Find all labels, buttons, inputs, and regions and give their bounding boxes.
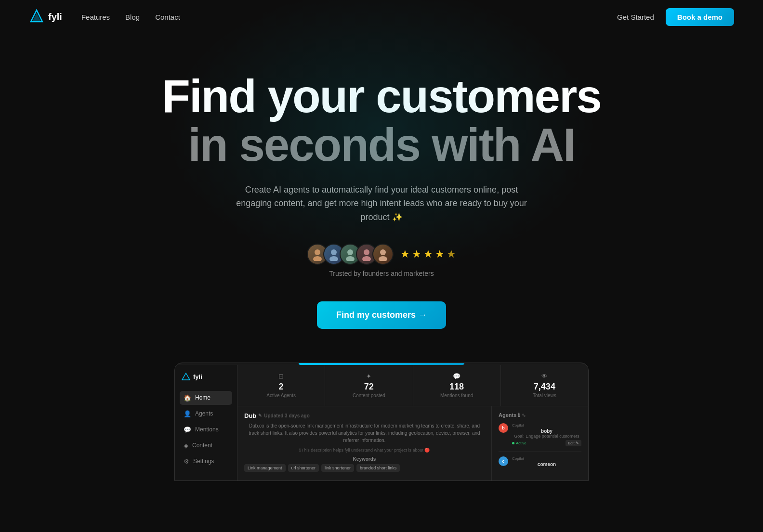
stats-row: ⊡ 2 Active Agents ✦ 72 Content posted 💬 …	[237, 365, 588, 406]
stat-content-posted: ✦ 72 Content posted	[325, 365, 413, 406]
nav-links: Features Blog Contact	[81, 13, 180, 21]
agents-title: Agents ℹ ⤡	[499, 412, 581, 418]
dash-logo-icon	[182, 373, 190, 381]
hero-section: Find your customers in seconds with AI C…	[0, 34, 763, 500]
svg-point-3	[313, 256, 322, 261]
agent-avatar-0: b	[499, 423, 508, 433]
svg-point-11	[379, 256, 387, 261]
content-posted-icon: ✦	[332, 373, 406, 380]
stat-active-agents: ⊡ 2 Active Agents	[237, 365, 325, 406]
nav-features[interactable]: Features	[81, 13, 110, 21]
dashboard-sidebar: fyli 🏠 Home 👤 Agents 💬 Mentions ◈ Conten…	[175, 365, 237, 480]
agent-info-0: Copilot boby Goal: Engage potential cust…	[512, 423, 581, 446]
agent-edit-button-0[interactable]: Edit ✎	[566, 440, 581, 446]
agents-icon: 👤	[184, 410, 191, 417]
status-dot-0	[512, 442, 514, 444]
agent-name-1: comeon	[512, 462, 581, 467]
svg-point-7	[346, 256, 355, 261]
star-rating: ★ ★ ★ ★ ★	[400, 248, 456, 260]
agent-info-1: Copilot comeon	[512, 456, 581, 467]
navbar-right: Get Started Book a demo	[617, 8, 734, 26]
avatar-5	[372, 244, 394, 265]
svg-point-10	[380, 249, 386, 255]
svg-point-5	[329, 256, 338, 261]
avatars-group	[307, 244, 394, 265]
sidebar-mentions-label: Mentions	[195, 426, 219, 433]
sidebar-item-home[interactable]: 🏠 Home	[180, 391, 232, 405]
home-icon: 🏠	[184, 394, 191, 402]
sidebar-item-agents[interactable]: 👤 Agents	[180, 407, 232, 421]
dash-logo: fyli	[180, 373, 232, 381]
agent-goal-0: Goal: Engage potential customers	[512, 434, 581, 439]
content-posted-value: 72	[332, 382, 406, 392]
content-posted-label: Content posted	[332, 393, 406, 398]
stat-total-views: 👁 7,434 Total views	[501, 365, 588, 406]
book-demo-button[interactable]: Book a demo	[666, 8, 734, 26]
mentions-label: Mentions found	[420, 393, 494, 398]
mentions-stat-icon: 💬	[420, 373, 494, 380]
hero-subtitle: Create AI agents to automatically find y…	[227, 183, 536, 224]
star-2: ★	[412, 248, 421, 260]
avatars-stars-row: ★ ★ ★ ★ ★	[307, 244, 456, 265]
active-agents-value: 2	[244, 382, 318, 392]
dashboard-inner: fyli 🏠 Home 👤 Agents 💬 Mentions ◈ Conten…	[175, 365, 588, 480]
logo-text: fyli	[48, 12, 62, 23]
star-4: ★	[435, 248, 445, 260]
agent-item-1: c Copilot comeon	[499, 456, 581, 472]
star-3: ★	[423, 248, 433, 260]
agent-name-0: boby	[512, 428, 581, 434]
project-name-row: Dub ✎ Updated 3 days ago	[244, 412, 485, 419]
svg-point-9	[362, 256, 371, 261]
svg-point-8	[364, 249, 369, 255]
fyli-logo-icon	[29, 9, 44, 25]
nav-contact[interactable]: Contact	[155, 13, 180, 21]
hero-title-line1: Find your customers	[162, 70, 601, 122]
total-views-label: Total views	[508, 393, 581, 398]
dashboard-main: ⊡ 2 Active Agents ✦ 72 Content posted 💬 …	[237, 365, 588, 480]
hero-title: Find your customers in seconds with AI	[162, 72, 601, 169]
copilot-label-1: Copilot	[512, 456, 581, 461]
navbar-left: fyli Features Blog Contact	[29, 9, 180, 25]
sidebar-item-content[interactable]: ◈ Content	[180, 439, 232, 453]
project-name-text: Dub	[244, 412, 256, 419]
dashboard-content-area: Dub ✎ Updated 3 days ago Dub.co is the o…	[237, 406, 588, 481]
agent-avatar-1: c	[499, 456, 508, 466]
svg-point-6	[347, 249, 353, 255]
agents-panel: Agents ℹ ⤡ b Copilot boby Goal: Engage p…	[492, 406, 588, 481]
svg-point-4	[331, 249, 337, 255]
sidebar-item-settings[interactable]: ⚙ Settings	[180, 454, 232, 468]
star-5-half: ★	[447, 248, 456, 260]
project-note: ℹ This description helps fyli understand…	[244, 448, 485, 453]
trusted-text: Trusted by founders and marketers	[329, 270, 434, 277]
tag-1: url shortener	[288, 464, 319, 472]
sidebar-item-mentions[interactable]: 💬 Mentions	[180, 423, 232, 437]
sidebar-content-label: Content	[192, 442, 212, 449]
agent-item-0: b Copilot boby Goal: Engage potential cu…	[499, 423, 581, 452]
active-agents-icon: ⊡	[244, 373, 318, 380]
tag-3: branded short links	[356, 464, 400, 472]
svg-marker-1	[33, 13, 40, 21]
content-icon: ◈	[184, 442, 188, 449]
settings-icon: ⚙	[184, 458, 189, 465]
sidebar-settings-label: Settings	[193, 458, 214, 465]
project-updated: Updated 3 days ago	[264, 413, 309, 418]
copilot-label-0: Copilot	[512, 423, 581, 428]
tag-0: Link management	[244, 464, 286, 472]
social-proof: ★ ★ ★ ★ ★ Trusted by founders and market…	[307, 244, 456, 277]
agent-status-0: Active	[512, 441, 526, 445]
project-description: Dub.co is the open-source link managemen…	[244, 422, 485, 444]
total-views-value: 7,434	[508, 382, 581, 392]
dash-logo-text: fyli	[193, 373, 202, 380]
mentions-value: 118	[420, 382, 494, 392]
svg-point-2	[315, 249, 320, 255]
sidebar-home-label: Home	[195, 394, 210, 401]
find-customers-button[interactable]: Find my customers →	[317, 301, 446, 329]
keywords-label: Keywords	[244, 456, 485, 462]
expand-icon: ⤡	[522, 413, 526, 418]
stat-mentions: 💬 118 Mentions found	[413, 365, 501, 406]
nav-blog[interactable]: Blog	[125, 13, 140, 21]
tags-container: Link management url shortener link short…	[244, 464, 485, 472]
project-panel: Dub ✎ Updated 3 days ago Dub.co is the o…	[237, 406, 492, 481]
logo: fyli	[29, 9, 62, 25]
get-started-button[interactable]: Get Started	[617, 13, 654, 21]
